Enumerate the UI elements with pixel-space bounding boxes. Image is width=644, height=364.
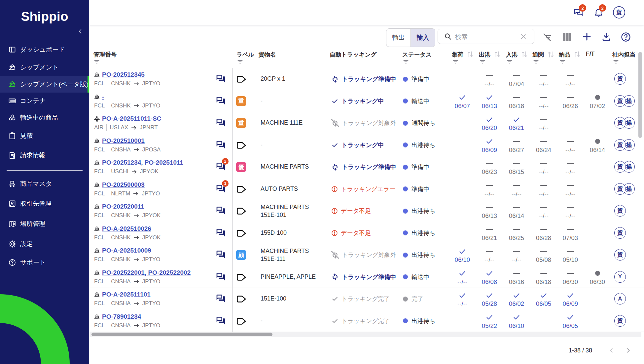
svg-text:$: $ <box>13 156 15 159</box>
